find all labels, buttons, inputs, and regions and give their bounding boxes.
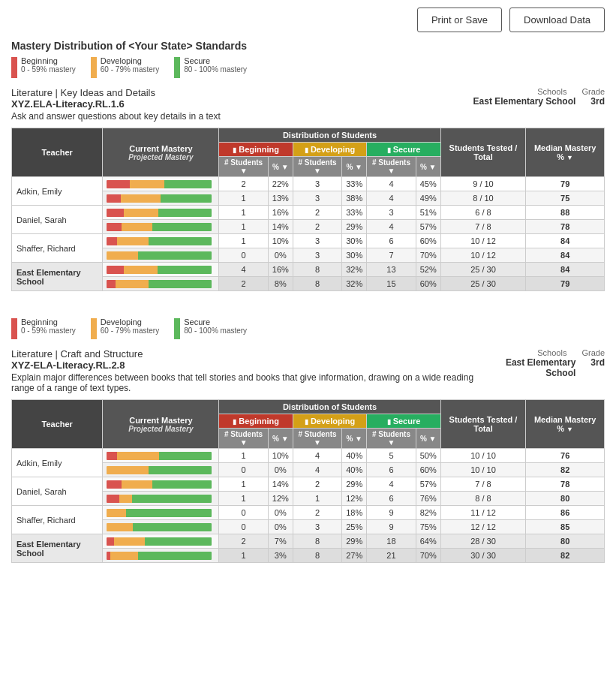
dev-n-current: 2 bbox=[293, 506, 341, 520]
projected-bar-cell bbox=[103, 220, 219, 234]
page-title: Mastery Distribution of <Your State> Sta… bbox=[11, 40, 605, 52]
legend-developing-label: Developing bbox=[101, 56, 159, 65]
projected-bar-cell bbox=[103, 191, 219, 206]
beg-p-current: 14% bbox=[268, 477, 293, 492]
table-row: Adkin, Emily 2 22% 3 33% 4 45% 9 / 10 79 bbox=[12, 177, 605, 191]
median-current: 88 bbox=[526, 206, 605, 220]
sec-p-current: 50% bbox=[416, 449, 440, 463]
dev-n-projected: 3 bbox=[293, 248, 341, 263]
page-content: Mastery Distribution of <Your State> Sta… bbox=[0, 40, 616, 589]
sec-n-projected: 7 bbox=[367, 248, 416, 263]
dev-p-projected: 30% bbox=[342, 248, 367, 263]
beg-p-current: 10% bbox=[268, 449, 293, 463]
domain-description-1: Ask and answer questions about key detai… bbox=[11, 111, 221, 122]
dev-p-current: 18% bbox=[342, 506, 367, 520]
dev-n-projected: 8 bbox=[293, 277, 341, 291]
school-name-2: East Elementary School bbox=[496, 357, 576, 378]
beg-n-current: 1 bbox=[219, 449, 268, 463]
beg-header-1: ▮ Beginning bbox=[219, 143, 293, 157]
beg-p-current: 22% bbox=[268, 177, 293, 191]
sec-n-projected: 9 bbox=[367, 520, 416, 534]
projected-bar-cell bbox=[103, 248, 219, 263]
dev-n-projected: 3 bbox=[293, 191, 341, 206]
print-save-button[interactable]: Print or Save bbox=[417, 8, 502, 32]
beg-p-projected: 3% bbox=[268, 549, 293, 563]
teacher-col-header-2: Teacher bbox=[12, 400, 103, 449]
tested-current: 7 / 8 bbox=[440, 477, 526, 492]
teacher-name-cell: Shaffer, Richard bbox=[12, 234, 103, 263]
grade-value-1: 3rd bbox=[590, 96, 605, 107]
grade-label-1: Grade bbox=[581, 87, 605, 96]
mastery-bar-col-header-1: Current Mastery Projected Mastery bbox=[103, 128, 219, 177]
teacher-name-cell: Adkin, Emily bbox=[12, 449, 103, 477]
legend-secure-label: Secure bbox=[184, 56, 247, 65]
teacher-col-header-1: Teacher bbox=[12, 128, 103, 177]
beg-n-current: 0 bbox=[219, 506, 268, 520]
school-grade-info-2: Schools Grade East Elementary School 3rd bbox=[496, 348, 605, 378]
tested-projected: 8 / 8 bbox=[440, 492, 526, 506]
school-grade-info-1: Schools Grade East Elementary School 3rd bbox=[473, 87, 605, 107]
median-current: 78 bbox=[526, 477, 605, 492]
beg-p-current: 0% bbox=[268, 506, 293, 520]
current-bar-cell bbox=[103, 506, 219, 520]
legend2-secure: Secure 80 - 100% mastery bbox=[174, 317, 247, 339]
median-current: 84 bbox=[526, 263, 605, 277]
beg-n-current: 1 bbox=[219, 206, 268, 220]
table-row: Daniel, Sarah 1 14% 2 29% 4 57% 7 / 8 78 bbox=[12, 477, 605, 492]
sec-p-projected: 76% bbox=[416, 492, 440, 506]
download-data-button[interactable]: Download Data bbox=[509, 8, 605, 32]
sec-p-projected: 70% bbox=[416, 248, 440, 263]
median-projected: 85 bbox=[526, 520, 605, 534]
beg-p-projected: 0% bbox=[268, 520, 293, 534]
sec-n-current: 4 bbox=[367, 177, 416, 191]
sec-p-current: 64% bbox=[416, 534, 440, 549]
beg-n-projected: 1 bbox=[219, 220, 268, 234]
teacher-name-cell: East Elementary School bbox=[12, 534, 103, 563]
dev-p-projected: 32% bbox=[342, 277, 367, 291]
dev-n-projected: 4 bbox=[293, 463, 341, 477]
beg-n-current: 1 bbox=[219, 477, 268, 492]
sec-n-current: 5 bbox=[367, 449, 416, 463]
students-tested-header-1: Students Tested / Total bbox=[440, 128, 526, 177]
median-mastery-header-2: Median Mastery % ▼ bbox=[526, 400, 605, 449]
beg-p-projected: 12% bbox=[268, 492, 293, 506]
domain-section-2: Literature | Craft and Structure XYZ-ELA… bbox=[11, 348, 605, 563]
tested-current: 25 / 30 bbox=[440, 263, 526, 277]
dev-p-projected: 38% bbox=[342, 191, 367, 206]
current-bar-cell bbox=[103, 477, 219, 492]
beg-p-projected: 13% bbox=[268, 191, 293, 206]
tested-projected: 7 / 8 bbox=[440, 220, 526, 234]
sec-n-current: 9 bbox=[367, 506, 416, 520]
beg-p-current: 16% bbox=[268, 263, 293, 277]
tested-current: 6 / 8 bbox=[440, 206, 526, 220]
dev-p-projected: 12% bbox=[342, 492, 367, 506]
beg-n-projected: 0 bbox=[219, 248, 268, 263]
domain-description-2: Explain major differences between books … bbox=[11, 372, 496, 393]
beg-p-current: 16% bbox=[268, 206, 293, 220]
beg-n-current: 4 bbox=[219, 263, 268, 277]
top-buttons-bar: Print or Save Download Data bbox=[0, 0, 616, 40]
table-row: Adkin, Emily 1 10% 4 40% 5 50% 10 / 10 7… bbox=[12, 449, 605, 463]
sec-p-current: 52% bbox=[416, 263, 440, 277]
dev-header-1: ▮ Developing bbox=[293, 143, 366, 157]
beg-n-projected: 1 bbox=[219, 549, 268, 563]
table-row: Daniel, Sarah 1 16% 2 33% 3 51% 6 / 8 88 bbox=[12, 206, 605, 220]
dev-p-current: 29% bbox=[342, 477, 367, 492]
median-projected: 78 bbox=[526, 220, 605, 234]
median-projected: 84 bbox=[526, 248, 605, 263]
median-projected: 80 bbox=[526, 492, 605, 506]
dev-n-current: 4 bbox=[293, 449, 341, 463]
table-row: Shaffer, Richard 0 0% 2 18% 9 82% 11 / 1… bbox=[12, 506, 605, 520]
dev-header-2: ▮ Developing bbox=[293, 414, 366, 429]
table-row: East Elementary School 4 16% 8 32% 13 52… bbox=[12, 263, 605, 277]
legend: Beginning 0 - 59% mastery Developing 60 … bbox=[11, 56, 605, 78]
dev-n-current: 2 bbox=[293, 206, 341, 220]
developing-color-icon bbox=[91, 57, 97, 78]
current-bar-cell bbox=[103, 177, 219, 191]
projected-bar-cell bbox=[103, 492, 219, 506]
beg-p-current: 10% bbox=[268, 234, 293, 248]
sec-p-projected: 57% bbox=[416, 220, 440, 234]
school-label-2: Schools bbox=[537, 348, 566, 357]
dist-header-1: Distribution of Students bbox=[219, 128, 440, 143]
beginning-color-icon-2 bbox=[11, 318, 17, 339]
